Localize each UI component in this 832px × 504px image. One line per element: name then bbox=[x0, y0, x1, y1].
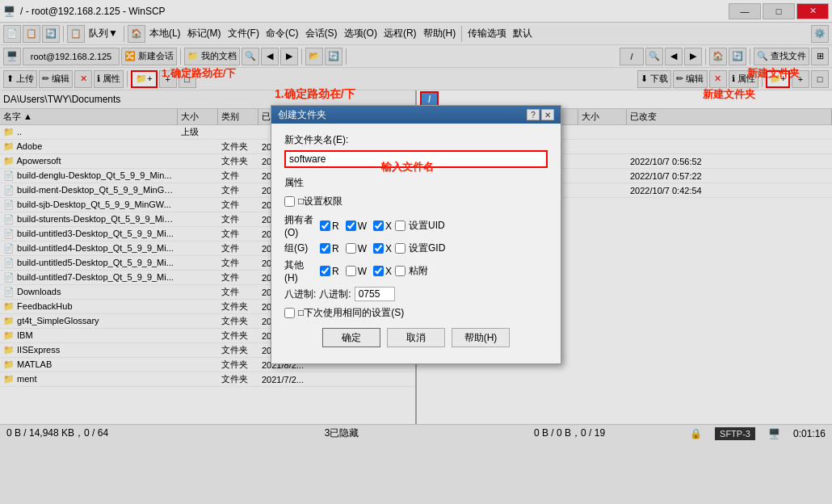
set-perm-checkbox[interactable] bbox=[284, 196, 295, 207]
dialog-properties-label: 属性 bbox=[284, 176, 548, 190]
dialog-help-button[interactable]: ? bbox=[527, 109, 540, 120]
octal-input[interactable] bbox=[355, 287, 395, 301]
set-perm-label: □设置权限 bbox=[298, 195, 342, 208]
group-r: R bbox=[320, 243, 339, 254]
next-use-checkbox[interactable] bbox=[284, 308, 295, 318]
new-folder-input[interactable] bbox=[284, 150, 548, 168]
owner-perms: R W X bbox=[320, 220, 392, 232]
other-label: 其他(H) bbox=[284, 258, 317, 284]
owner-r: R bbox=[320, 220, 339, 232]
dialog-title-bar: 创建文件夹 ? ✕ bbox=[271, 106, 561, 124]
octal-row: 八进制: 八进制: bbox=[284, 287, 548, 301]
cancel-button[interactable]: 取消 bbox=[387, 328, 445, 347]
group-perm-row: 组(G) R W X 设置GID bbox=[284, 242, 548, 255]
confirm-button[interactable]: 确定 bbox=[322, 328, 380, 347]
group-w: W bbox=[346, 243, 367, 254]
group-perms: R W X bbox=[320, 243, 392, 254]
setgid-label: 设置GID bbox=[409, 242, 445, 255]
dialog-properties-section: 属性 □设置权限 拥有者(O) R W X 设置UID 组(G) bbox=[284, 176, 548, 301]
next-use-label: □下次使用相同的设置(S) bbox=[298, 306, 404, 320]
new-folder-label: 新文件夹名(E): bbox=[284, 133, 548, 147]
dialog-buttons: 确定 取消 帮助(H) bbox=[284, 320, 548, 354]
setuid-checkbox[interactable] bbox=[395, 220, 405, 231]
sticky-label: 粘附 bbox=[409, 264, 428, 278]
dialog-title: 创建文件夹 bbox=[278, 108, 326, 122]
set-perm-checkbox-row: □设置权限 bbox=[284, 195, 548, 208]
group-label: 组(G) bbox=[284, 242, 317, 255]
help-button[interactable]: 帮助(H) bbox=[452, 328, 510, 347]
owner-perm-row: 拥有者(O) R W X 设置UID bbox=[284, 213, 548, 238]
octal-label-detail: 八进制: bbox=[319, 288, 351, 301]
owner-label: 拥有者(O) bbox=[284, 213, 317, 238]
other-perm-row: 其他(H) R W X 粘附 bbox=[284, 258, 548, 284]
sticky-checkbox[interactable] bbox=[395, 266, 405, 276]
dialog-title-icons: ? ✕ bbox=[527, 109, 554, 120]
dialog-close-button[interactable]: ✕ bbox=[541, 109, 554, 120]
other-r: R bbox=[320, 266, 339, 277]
dialog-overlay: 创建文件夹 ? ✕ 新文件夹名(E): 输入文件名 属性 □设置权限 拥有者(O… bbox=[0, 0, 832, 504]
setuid-label: 设置UID bbox=[409, 219, 445, 233]
create-folder-dialog: 创建文件夹 ? ✕ 新文件夹名(E): 输入文件名 属性 □设置权限 拥有者(O… bbox=[271, 105, 561, 364]
other-w: W bbox=[346, 266, 367, 277]
owner-w: W bbox=[346, 220, 367, 232]
next-use-checkbox-row: □下次使用相同的设置(S) bbox=[284, 306, 548, 320]
group-x: X bbox=[373, 243, 392, 254]
other-perms: R W X bbox=[320, 266, 392, 277]
setgid-checkbox[interactable] bbox=[395, 243, 405, 254]
octal-label: 八进制: bbox=[284, 288, 316, 301]
other-x: X bbox=[373, 266, 392, 277]
owner-x: X bbox=[373, 220, 392, 232]
dialog-body: 新文件夹名(E): 输入文件名 属性 □设置权限 拥有者(O) R W X bbox=[271, 124, 561, 363]
